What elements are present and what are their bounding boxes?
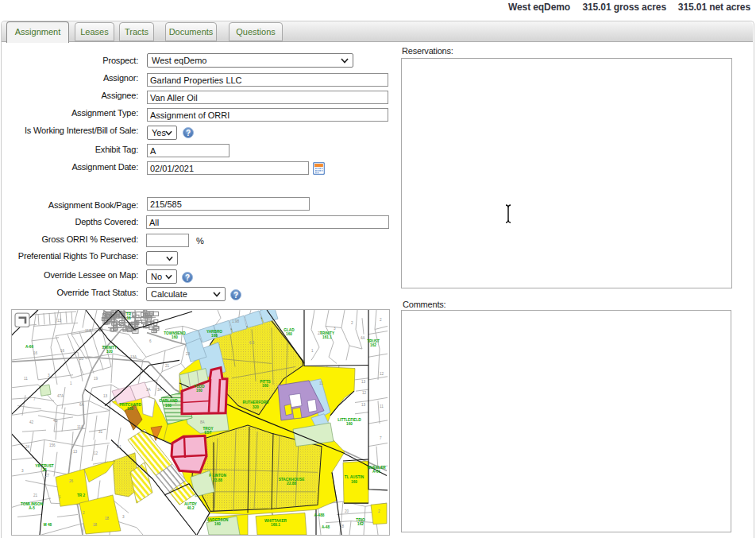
svg-text:13: 13 [57,319,62,323]
svg-text:11A: 11A [85,329,92,333]
svg-text:A-48: A-48 [322,525,330,529]
svg-text:160: 160 [286,332,292,336]
svg-text:40.2: 40.2 [187,506,194,510]
svg-text:21: 21 [165,363,170,367]
svg-text:160: 160 [127,407,133,411]
svg-text:160: 160 [262,384,268,388]
svg-text:26: 26 [69,479,74,483]
svg-text:16: 16 [60,349,65,353]
svg-text:160.1: 160.1 [271,523,280,527]
svg-text:41: 41 [53,419,58,423]
svg-text:160: 160 [165,404,172,408]
svg-text:24: 24 [25,445,30,449]
svg-text:16: 16 [33,351,38,355]
svg-text:20: 20 [79,357,84,361]
svg-text:18: 18 [105,517,110,521]
svg-text:A-61: A-61 [372,470,381,474]
svg-text:18: 18 [340,524,345,528]
svg-text:19: 19 [94,377,98,381]
svg-text:160: 160 [196,389,202,393]
svg-text:?: ? [185,273,190,282]
svg-text:47A: 47A [57,394,64,398]
svg-text:1.98: 1.98 [232,319,239,323]
svg-text:22.88: 22.88 [287,482,296,486]
svg-text:8A: 8A [200,420,206,424]
svg-text:6.5: 6.5 [249,341,255,345]
svg-text:TR 2: TR 2 [77,493,86,497]
svg-text:13: 13 [73,450,78,454]
svg-text:11: 11 [118,445,122,449]
svg-text:4A: 4A [361,336,366,340]
svg-text:12: 12 [380,372,384,376]
svg-text:320: 320 [253,405,259,409]
svg-text:160: 160 [346,422,353,426]
svg-text:3: 3 [48,374,50,377]
svg-text:18: 18 [93,523,98,527]
svg-text:3: 3 [334,326,336,330]
svg-text:11: 11 [24,377,28,381]
svg-text:7: 7 [33,397,36,401]
svg-text:1: 1 [70,381,72,385]
svg-text:12: 12 [362,391,367,395]
svg-text:13: 13 [361,403,366,407]
svg-text:162: 162 [357,522,364,526]
svg-text:3: 3 [122,515,125,519]
svg-text:A-66: A-66 [25,345,34,349]
svg-text:27: 27 [45,474,50,478]
svg-text:A-5: A-5 [29,506,35,510]
svg-text:11: 11 [319,381,323,385]
svg-text:?: ? [233,291,238,300]
svg-text:2: 2 [83,511,85,515]
svg-text:11: 11 [380,404,384,408]
svg-text:31: 31 [98,430,103,434]
svg-text:160: 160 [211,334,218,338]
svg-text:6A: 6A [79,403,85,407]
svg-text:?: ? [186,129,191,137]
svg-text:2: 2 [351,321,353,325]
svg-text:7: 7 [380,436,382,440]
svg-text:13: 13 [361,380,366,384]
svg-text:13A: 13A [130,355,137,359]
svg-text:22: 22 [42,468,47,472]
svg-text:13: 13 [103,394,108,398]
svg-text:M 48: M 48 [44,523,52,527]
svg-text:A-488: A-488 [314,513,325,517]
svg-text:21: 21 [33,493,38,497]
svg-text:1: 1 [311,349,314,353]
svg-text:162: 162 [370,343,376,347]
svg-text:160: 160 [214,522,221,526]
svg-text:161.1: 161.1 [322,335,332,339]
svg-text:6: 6 [149,339,152,343]
svg-text:160: 160 [172,335,178,339]
svg-text:320: 320 [106,350,113,354]
svg-text:23: 23 [186,352,191,356]
svg-text:160: 160 [351,480,357,484]
svg-text:3A: 3A [157,388,163,392]
svg-text:16: 16 [126,316,131,320]
svg-text:3A: 3A [146,388,152,392]
svg-text:2: 2 [380,318,382,322]
svg-text:20: 20 [345,509,349,513]
svg-text:3: 3 [21,469,24,473]
svg-text:156: 156 [49,443,56,447]
svg-text:1: 1 [59,495,61,499]
svg-text:23.88: 23.88 [213,478,222,482]
svg-text:11A: 11A [77,425,84,429]
svg-text:12: 12 [94,451,98,455]
svg-text:2: 2 [378,509,380,513]
svg-text:EST: EST [204,431,211,435]
svg-text:42: 42 [29,420,34,424]
